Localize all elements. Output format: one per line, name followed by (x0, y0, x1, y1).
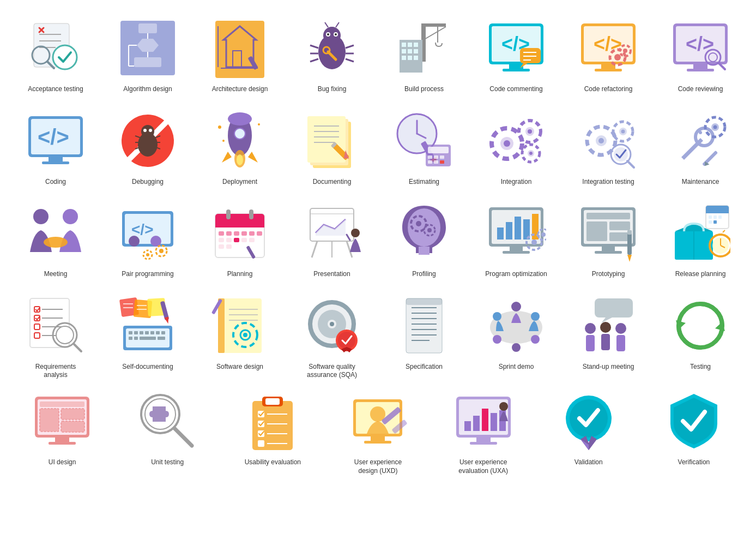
svg-rect-218 (609, 221, 630, 230)
item-user-experience-design: User experience design (UXD) (326, 384, 429, 480)
icon-bug-fixing (299, 15, 365, 81)
svg-rect-240 (718, 233, 723, 236)
svg-rect-205 (515, 217, 521, 239)
svg-rect-77 (687, 69, 714, 71)
svg-point-89 (141, 125, 154, 138)
svg-point-213 (541, 232, 546, 237)
svg-point-211 (531, 239, 537, 245)
svg-rect-262 (161, 331, 165, 334)
icon-profiling (391, 200, 457, 266)
svg-rect-126 (434, 155, 438, 159)
item-estimating: Estimating (379, 104, 469, 191)
item-verification: Verification (643, 384, 745, 480)
svg-rect-173 (219, 231, 224, 236)
svg-rect-233 (718, 215, 722, 219)
item-software-design: Software design (195, 289, 285, 384)
svg-rect-325 (55, 438, 69, 442)
item-deployment: Deployment (195, 104, 285, 191)
svg-rect-263 (129, 337, 132, 340)
svg-point-90 (143, 129, 147, 132)
icon-program-optimization (483, 200, 549, 266)
item-documenting: Documenting (287, 104, 377, 191)
svg-rect-172 (249, 209, 253, 219)
svg-rect-124 (428, 147, 449, 153)
svg-line-148 (627, 161, 634, 167)
item-code-refactoring: </> Code refactoring (564, 11, 653, 98)
icon-pair-programming: </> (115, 200, 180, 266)
svg-rect-322 (40, 409, 59, 432)
item-validation: Validation (537, 384, 640, 480)
label-requirements-analysis: Requirements analysis (23, 363, 88, 380)
svg-point-307 (531, 335, 540, 344)
svg-point-311 (585, 323, 596, 334)
svg-marker-275 (165, 316, 171, 324)
svg-point-193 (351, 229, 360, 237)
item-pair-programming: </> Pair programming (103, 196, 192, 283)
label-usability-evaluation: Usability evaluation (245, 458, 301, 467)
label-code-refactoring: Code refactoring (584, 85, 633, 94)
svg-point-156 (33, 209, 49, 224)
icon-estimating (391, 108, 457, 173)
label-coding: Coding (45, 178, 66, 187)
svg-rect-344 (371, 436, 385, 441)
icon-maintenance (668, 108, 733, 173)
svg-point-99 (228, 112, 252, 125)
label-software-design: Software design (216, 363, 263, 372)
svg-rect-232 (713, 215, 717, 219)
svg-point-197 (416, 221, 421, 226)
svg-rect-129 (434, 160, 438, 164)
svg-rect-128 (428, 160, 432, 164)
label-architecture-design: Architecture design (212, 85, 268, 94)
svg-point-313 (600, 322, 611, 333)
svg-point-133 (504, 140, 510, 147)
svg-rect-49 (414, 49, 418, 53)
item-code-reviewing: </> Code reviewing (656, 11, 745, 98)
icon-software-design (207, 293, 273, 358)
svg-rect-170 (215, 222, 264, 227)
icon-self-documenting (115, 293, 180, 358)
icon-code-commenting: </> (483, 15, 549, 81)
svg-point-106 (258, 123, 260, 125)
icon-integration (483, 108, 549, 173)
svg-line-31 (336, 22, 339, 27)
svg-line-190 (312, 241, 317, 257)
item-usability-evaluation: Usability evaluation (221, 384, 324, 480)
svg-rect-293 (406, 298, 442, 353)
svg-rect-316 (616, 335, 625, 351)
svg-rect-47 (402, 49, 406, 53)
svg-rect-14 (134, 57, 161, 67)
svg-rect-130 (440, 160, 444, 164)
label-stand-up-meeting: Stand-up meeting (583, 363, 634, 372)
svg-rect-175 (234, 231, 239, 236)
svg-rect-209 (503, 251, 530, 254)
svg-point-4 (53, 45, 77, 69)
svg-rect-312 (586, 335, 595, 351)
svg-rect-52 (414, 56, 418, 60)
svg-rect-259 (145, 331, 149, 334)
label-release-planning: Release planning (675, 270, 726, 279)
svg-rect-10 (138, 23, 157, 33)
item-integration-testing: Integration testing (564, 104, 653, 191)
item-planning: Planning (195, 196, 285, 283)
svg-rect-44 (402, 43, 406, 47)
label-documenting: Documenting (313, 178, 352, 187)
svg-rect-204 (506, 222, 512, 239)
icon-acceptance-testing (23, 15, 88, 81)
icon-grid: Acceptance testing Algorithm design (11, 11, 745, 384)
svg-rect-41 (421, 23, 446, 27)
label-meeting: Meeting (44, 270, 68, 279)
svg-rect-177 (249, 231, 255, 236)
svg-point-283 (243, 333, 247, 337)
svg-point-291 (338, 332, 355, 349)
svg-rect-351 (473, 416, 480, 431)
svg-rect-256 (129, 331, 132, 334)
icon-coding: </> (23, 108, 88, 173)
icon-user-experience-evaluation (451, 388, 516, 454)
svg-rect-178 (257, 231, 262, 236)
label-sprint-demo: Sprint demo (499, 363, 534, 372)
svg-rect-258 (140, 331, 143, 334)
svg-rect-219 (609, 232, 630, 241)
svg-text:</>: </> (686, 33, 714, 55)
label-build-process: Build process (404, 85, 444, 94)
svg-rect-84 (49, 157, 63, 161)
